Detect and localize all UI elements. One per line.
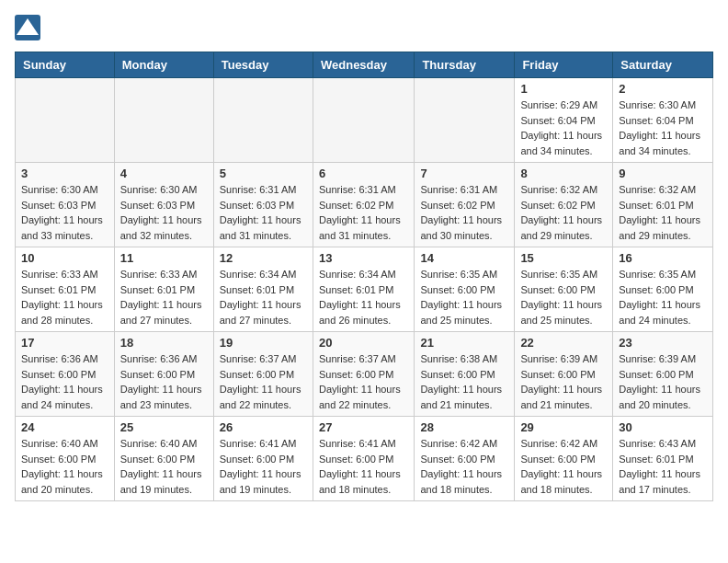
day-number: 18 — [120, 336, 208, 350]
day-info: Sunrise: 6:30 AM Sunset: 6:03 PM Dayligh… — [120, 182, 208, 243]
day-cell-13: 13Sunrise: 6:34 AM Sunset: 6:01 PM Dayli… — [313, 247, 414, 332]
day-info: Sunrise: 6:39 AM Sunset: 6:00 PM Dayligh… — [520, 351, 607, 412]
day-number: 7 — [420, 167, 508, 180]
day-number: 2 — [619, 82, 707, 96]
day-cell-16: 16Sunrise: 6:35 AM Sunset: 6:00 PM Dayli… — [613, 247, 713, 332]
day-cell-9: 9Sunrise: 6:32 AM Sunset: 6:01 PM Daylig… — [613, 163, 713, 247]
day-info: Sunrise: 6:41 AM Sunset: 6:00 PM Dayligh… — [220, 436, 307, 497]
week-row-3: 10Sunrise: 6:33 AM Sunset: 6:01 PM Dayli… — [16, 247, 713, 332]
day-number: 6 — [319, 167, 408, 180]
empty-cell — [415, 78, 515, 163]
day-info: Sunrise: 6:29 AM Sunset: 6:04 PM Dayligh… — [520, 98, 607, 158]
day-cell-7: 7Sunrise: 6:31 AM Sunset: 6:02 PM Daylig… — [415, 163, 515, 247]
day-info: Sunrise: 6:31 AM Sunset: 6:02 PM Dayligh… — [420, 182, 508, 243]
day-cell-10: 10Sunrise: 6:33 AM Sunset: 6:01 PM Dayli… — [16, 247, 115, 332]
day-cell-21: 21Sunrise: 6:38 AM Sunset: 6:00 PM Dayli… — [415, 332, 515, 417]
day-number: 16 — [619, 251, 707, 265]
day-cell-22: 22Sunrise: 6:39 AM Sunset: 6:00 PM Dayli… — [515, 332, 613, 417]
day-number: 3 — [21, 167, 108, 180]
day-number: 4 — [120, 167, 208, 180]
day-info: Sunrise: 6:32 AM Sunset: 6:02 PM Dayligh… — [520, 182, 607, 243]
day-cell-30: 30Sunrise: 6:43 AM Sunset: 6:01 PM Dayli… — [613, 417, 713, 501]
day-info: Sunrise: 6:33 AM Sunset: 6:01 PM Dayligh… — [21, 267, 108, 327]
day-number: 23 — [619, 336, 707, 350]
day-number: 13 — [319, 251, 408, 265]
day-cell-3: 3Sunrise: 6:30 AM Sunset: 6:03 PM Daylig… — [16, 163, 115, 247]
day-number: 17 — [21, 336, 108, 350]
col-header-friday: Friday — [515, 52, 613, 78]
day-cell-8: 8Sunrise: 6:32 AM Sunset: 6:02 PM Daylig… — [515, 163, 613, 247]
day-number: 29 — [520, 420, 607, 434]
day-number: 27 — [319, 420, 408, 434]
day-info: Sunrise: 6:35 AM Sunset: 6:00 PM Dayligh… — [420, 267, 508, 327]
day-info: Sunrise: 6:40 AM Sunset: 6:00 PM Dayligh… — [120, 436, 208, 497]
day-number: 10 — [21, 251, 108, 265]
day-number: 12 — [220, 251, 307, 265]
col-header-saturday: Saturday — [613, 52, 713, 78]
col-header-sunday: Sunday — [16, 52, 115, 78]
day-cell-28: 28Sunrise: 6:42 AM Sunset: 6:00 PM Dayli… — [415, 417, 515, 501]
day-number: 9 — [619, 167, 707, 180]
day-cell-2: 2Sunrise: 6:30 AM Sunset: 6:04 PM Daylig… — [613, 78, 713, 163]
day-number: 28 — [420, 420, 508, 434]
day-cell-26: 26Sunrise: 6:41 AM Sunset: 6:00 PM Dayli… — [213, 417, 313, 501]
day-cell-19: 19Sunrise: 6:37 AM Sunset: 6:00 PM Dayli… — [213, 332, 313, 417]
logo — [15, 15, 44, 40]
week-row-5: 24Sunrise: 6:40 AM Sunset: 6:00 PM Dayli… — [16, 417, 713, 501]
day-info: Sunrise: 6:43 AM Sunset: 6:01 PM Dayligh… — [619, 436, 707, 497]
day-number: 30 — [619, 420, 707, 434]
day-info: Sunrise: 6:31 AM Sunset: 6:02 PM Dayligh… — [319, 182, 408, 243]
day-cell-24: 24Sunrise: 6:40 AM Sunset: 6:00 PM Dayli… — [16, 417, 115, 501]
day-cell-23: 23Sunrise: 6:39 AM Sunset: 6:00 PM Dayli… — [613, 332, 713, 417]
day-cell-14: 14Sunrise: 6:35 AM Sunset: 6:00 PM Dayli… — [415, 247, 515, 332]
day-number: 5 — [220, 167, 307, 180]
day-number: 11 — [120, 251, 208, 265]
empty-cell — [213, 78, 313, 163]
col-header-thursday: Thursday — [415, 52, 515, 78]
day-info: Sunrise: 6:35 AM Sunset: 6:00 PM Dayligh… — [619, 267, 707, 327]
day-cell-25: 25Sunrise: 6:40 AM Sunset: 6:00 PM Dayli… — [114, 417, 213, 501]
day-info: Sunrise: 6:30 AM Sunset: 6:04 PM Dayligh… — [619, 98, 707, 158]
empty-cell — [114, 78, 213, 163]
day-cell-1: 1Sunrise: 6:29 AM Sunset: 6:04 PM Daylig… — [515, 78, 613, 163]
day-info: Sunrise: 6:38 AM Sunset: 6:00 PM Dayligh… — [420, 351, 508, 412]
day-cell-18: 18Sunrise: 6:36 AM Sunset: 6:00 PM Dayli… — [114, 332, 213, 417]
day-number: 26 — [220, 420, 307, 434]
week-row-4: 17Sunrise: 6:36 AM Sunset: 6:00 PM Dayli… — [16, 332, 713, 417]
day-number: 14 — [420, 251, 508, 265]
day-number: 1 — [520, 82, 607, 96]
day-number: 19 — [220, 336, 307, 350]
day-info: Sunrise: 6:31 AM Sunset: 6:03 PM Dayligh… — [220, 182, 307, 243]
day-number: 25 — [120, 420, 208, 434]
empty-cell — [313, 78, 414, 163]
day-info: Sunrise: 6:36 AM Sunset: 6:00 PM Dayligh… — [120, 351, 208, 412]
day-info: Sunrise: 6:37 AM Sunset: 6:00 PM Dayligh… — [319, 351, 408, 412]
day-cell-20: 20Sunrise: 6:37 AM Sunset: 6:00 PM Dayli… — [313, 332, 414, 417]
calendar-table: SundayMondayTuesdayWednesdayThursdayFrid… — [15, 52, 713, 501]
day-cell-11: 11Sunrise: 6:33 AM Sunset: 6:01 PM Dayli… — [114, 247, 213, 332]
week-row-1: 1Sunrise: 6:29 AM Sunset: 6:04 PM Daylig… — [16, 78, 713, 163]
day-number: 24 — [21, 420, 108, 434]
day-number: 22 — [520, 336, 607, 350]
col-header-wednesday: Wednesday — [313, 52, 414, 78]
day-cell-27: 27Sunrise: 6:41 AM Sunset: 6:00 PM Dayli… — [313, 417, 414, 501]
calendar-header-row: SundayMondayTuesdayWednesdayThursdayFrid… — [16, 52, 713, 78]
empty-cell — [16, 78, 115, 163]
day-info: Sunrise: 6:32 AM Sunset: 6:01 PM Dayligh… — [619, 182, 707, 243]
day-info: Sunrise: 6:42 AM Sunset: 6:00 PM Dayligh… — [520, 436, 607, 497]
day-number: 20 — [319, 336, 408, 350]
day-info: Sunrise: 6:30 AM Sunset: 6:03 PM Dayligh… — [21, 182, 108, 243]
day-info: Sunrise: 6:36 AM Sunset: 6:00 PM Dayligh… — [21, 351, 108, 412]
day-number: 8 — [520, 167, 607, 180]
day-cell-5: 5Sunrise: 6:31 AM Sunset: 6:03 PM Daylig… — [213, 163, 313, 247]
day-number: 21 — [420, 336, 508, 350]
day-info: Sunrise: 6:39 AM Sunset: 6:00 PM Dayligh… — [619, 351, 707, 412]
logo-icon — [15, 15, 40, 40]
day-info: Sunrise: 6:37 AM Sunset: 6:00 PM Dayligh… — [220, 351, 307, 412]
col-header-tuesday: Tuesday — [213, 52, 313, 78]
day-cell-17: 17Sunrise: 6:36 AM Sunset: 6:00 PM Dayli… — [16, 332, 115, 417]
day-cell-6: 6Sunrise: 6:31 AM Sunset: 6:02 PM Daylig… — [313, 163, 414, 247]
day-info: Sunrise: 6:41 AM Sunset: 6:00 PM Dayligh… — [319, 436, 408, 497]
week-row-2: 3Sunrise: 6:30 AM Sunset: 6:03 PM Daylig… — [16, 163, 713, 247]
day-cell-15: 15Sunrise: 6:35 AM Sunset: 6:00 PM Dayli… — [515, 247, 613, 332]
